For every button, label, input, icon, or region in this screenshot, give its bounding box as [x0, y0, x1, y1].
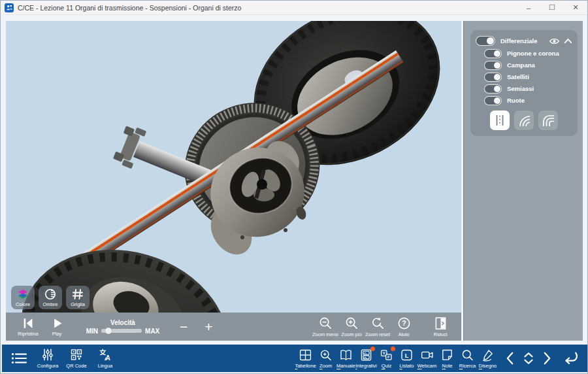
panel-item-row: Campana — [476, 61, 572, 70]
speed-slider[interactable] — [101, 329, 142, 333]
sharp-curve-road-icon — [542, 114, 555, 127]
collapse-panel-icon — [434, 316, 447, 330]
main-toolbar: Configura QR Code — [2, 345, 587, 372]
zoom-reset-icon — [371, 316, 385, 330]
play-icon — [51, 317, 63, 330]
speed-title: Velocità — [110, 319, 135, 326]
video-camera-icon — [420, 348, 434, 362]
app-window: C/CE - Lezione 11 Organi di trasmissione… — [0, 0, 588, 374]
toggle-satelliti[interactable] — [484, 73, 502, 82]
colore-button[interactable]: Colore — [11, 286, 35, 309]
griglia-label: Griglia — [71, 301, 85, 307]
manuale-button[interactable]: Manuale — [336, 348, 356, 369]
next-chevron-button[interactable] — [542, 350, 553, 366]
svg-text:L: L — [405, 352, 409, 358]
pen-drawing-icon — [481, 348, 495, 362]
right-sidebar: Differenziale Pignone e corona Campan — [463, 21, 583, 341]
qr-code-button[interactable]: QR Code — [65, 348, 88, 369]
panel-item-row: Pignone e corona — [476, 49, 572, 58]
road-wide-curve-button[interactable] — [514, 110, 534, 130]
notification-dot — [391, 347, 395, 351]
up-down-chevrons-button[interactable] — [521, 350, 536, 366]
open-book-icon — [339, 348, 353, 362]
reduce-button[interactable]: Riduci — [427, 316, 453, 337]
panel-item-row: Satelliti — [476, 73, 572, 82]
configura-button[interactable]: Configura — [36, 348, 59, 369]
zoom-tool-button[interactable]: Zoom — [316, 348, 336, 369]
grid-icon — [71, 288, 84, 301]
sliders-icon — [41, 348, 54, 362]
toggle-differenziale[interactable] — [476, 36, 495, 46]
zoom-in-icon — [345, 316, 359, 330]
return-arrow-button[interactable] — [561, 350, 578, 366]
menu-list-button[interactable] — [7, 352, 31, 365]
svg-text:?: ? — [402, 319, 406, 327]
scene-3d-viewport[interactable]: Colore Ombre — [6, 21, 461, 313]
listato-button[interactable]: L Listato — [397, 348, 417, 369]
toggle-ruote[interactable] — [484, 96, 502, 105]
panel-item-row: Ruote — [476, 96, 572, 105]
speed-max-label: MAX — [145, 328, 159, 335]
speed-decrease-button[interactable]: − — [180, 320, 188, 333]
ricerca-button[interactable]: Ricerca — [457, 348, 478, 369]
title-bar: C/CE - Lezione 11 Organi di trasmissione… — [1, 1, 587, 15]
listing-icon: L — [400, 348, 414, 362]
skip-to-start-icon — [22, 317, 35, 330]
note-page-icon — [440, 348, 454, 362]
help-icon: ? — [397, 316, 411, 330]
help-button[interactable]: ? Aiuto — [391, 316, 417, 337]
search-icon — [461, 348, 474, 362]
note-button[interactable]: Note — [437, 348, 457, 369]
eye-icon[interactable] — [549, 37, 560, 45]
wide-curve-road-icon — [517, 114, 531, 127]
speed-min-label: MIN — [86, 328, 98, 335]
ombre-label: Ombre — [43, 301, 58, 307]
svg-text:V: V — [383, 351, 385, 355]
layers-color-icon — [16, 288, 29, 301]
zoom-out-icon — [319, 316, 333, 330]
ombre-button[interactable]: Ombre — [39, 286, 62, 309]
panel-header-row: Differenziale — [476, 36, 572, 46]
zoom-in-button[interactable]: Zoom più — [338, 316, 365, 337]
app-logo-icon — [5, 3, 14, 12]
window-title: C/CE - Lezione 11 Organi di trasmissione… — [18, 4, 241, 12]
maximize-button[interactable]: ☐ — [540, 1, 564, 14]
minimize-button[interactable]: – — [517, 1, 540, 14]
shadows-icon — [44, 288, 57, 301]
toggle-pignone-e-corona[interactable] — [484, 49, 502, 58]
integrativi-button[interactable]: Integrativi — [356, 348, 376, 369]
quiz-button[interactable]: V F Quiz — [376, 348, 397, 369]
collapse-chevron-up-icon[interactable] — [564, 38, 572, 44]
toggle-campana[interactable] — [484, 61, 502, 70]
lingua-button[interactable]: A Lingua — [93, 348, 117, 369]
webcam-button[interactable]: Webcam — [417, 348, 437, 369]
play-button[interactable]: Play — [42, 317, 71, 337]
ripristina-button[interactable]: Ripristina — [14, 317, 42, 337]
road-sharp-curve-button[interactable] — [538, 110, 558, 130]
qr-code-icon — [70, 348, 83, 362]
zoom-out-button[interactable]: Zoom meno — [312, 316, 338, 337]
close-button[interactable]: ✕ — [564, 1, 587, 14]
playback-control-bar: Ripristina Play Velocità MIN MAX − + — [6, 313, 461, 341]
list-menu-icon — [10, 352, 27, 365]
toggle-semiassi[interactable] — [484, 84, 502, 94]
colore-label: Colore — [16, 301, 30, 307]
straight-road-icon — [493, 114, 506, 127]
board-grid-icon — [299, 348, 312, 362]
speed-slider-knob[interactable] — [105, 328, 112, 334]
zoom-reset-button[interactable]: Zoom reset — [365, 316, 391, 337]
tabellone-button[interactable]: Tabellone — [295, 348, 316, 369]
notification-dot — [370, 347, 375, 351]
griglia-button[interactable]: Griglia — [66, 286, 90, 309]
previous-chevron-button[interactable] — [504, 350, 515, 366]
disegno-button[interactable]: Disegno — [478, 348, 498, 369]
speed-increase-button[interactable]: + — [204, 320, 212, 333]
differential-layers-panel: Differenziale Pignone e corona Campan — [470, 30, 578, 136]
svg-text:F: F — [387, 355, 390, 359]
road-straight-button[interactable] — [490, 110, 510, 130]
magnifier-plus-icon — [319, 348, 333, 362]
panel-item-row: Semiassi — [476, 84, 572, 94]
road-mode-buttons — [476, 110, 572, 130]
translate-language-icon: A — [99, 348, 112, 362]
differenziale-label: Differenziale — [500, 37, 538, 44]
